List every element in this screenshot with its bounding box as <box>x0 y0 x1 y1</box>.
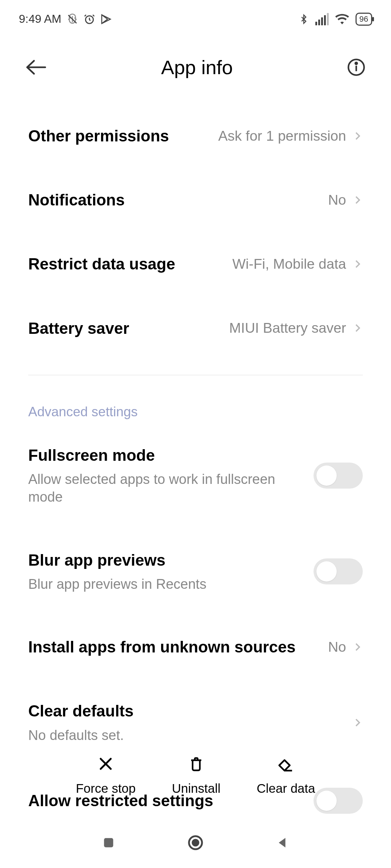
bottom-actions: Force stop Uninstall Clear data <box>0 754 391 796</box>
row-title: Fullscreen mode <box>28 445 303 465</box>
battery-icon: 96 <box>356 13 372 26</box>
action-label: Force stop <box>76 781 135 796</box>
status-bar: 9:49 AM 96 <box>0 0 391 38</box>
row-title: Notifications <box>28 190 317 210</box>
action-label: Clear data <box>257 781 315 796</box>
svg-rect-8 <box>104 838 113 847</box>
divider <box>28 375 363 375</box>
chevron-right-icon <box>353 323 363 333</box>
uninstall-button[interactable]: Uninstall <box>172 754 220 796</box>
row-value: Ask for 1 permission <box>218 128 346 144</box>
row-notifications[interactable]: Notifications No <box>28 168 363 232</box>
force-stop-button[interactable]: Force stop <box>76 754 135 796</box>
row-value: No <box>328 192 346 208</box>
alarm-icon <box>84 13 95 25</box>
row-blur-previews[interactable]: Blur app previews Blur app previews in R… <box>28 528 363 615</box>
svg-point-10 <box>193 840 198 846</box>
blur-toggle[interactable] <box>314 558 363 584</box>
chevron-right-icon <box>353 131 363 141</box>
mute-icon <box>66 13 79 25</box>
row-value: No <box>328 639 346 655</box>
row-subtitle: No defaults set. <box>28 727 342 744</box>
chevron-right-icon <box>353 259 363 269</box>
back-nav-button[interactable] <box>272 832 293 854</box>
row-subtitle: Allow selected apps to work in fullscree… <box>28 471 303 506</box>
row-title: Other permissions <box>28 125 207 146</box>
row-title: Battery saver <box>28 318 218 339</box>
row-title: Clear defaults <box>28 701 342 721</box>
clear-data-button[interactable]: Clear data <box>257 754 315 796</box>
header: App info <box>0 38 391 104</box>
row-restrict-data[interactable]: Restrict data usage Wi-Fi, Mobile data <box>28 232 363 296</box>
info-button[interactable] <box>347 58 366 77</box>
page-title: App info <box>47 56 347 78</box>
chevron-right-icon <box>353 718 363 728</box>
section-header-advanced: Advanced settings <box>28 379 363 423</box>
row-value: Wi-Fi, Mobile data <box>232 256 346 272</box>
back-button[interactable] <box>25 56 47 78</box>
row-other-permissions[interactable]: Other permissions Ask for 1 permission <box>28 104 363 168</box>
row-battery-saver[interactable]: Battery saver MIUI Battery saver <box>28 296 363 360</box>
navigation-bar <box>0 817 391 868</box>
row-title: Blur app previews <box>28 550 303 570</box>
row-subtitle: Blur app previews in Recents <box>28 575 303 593</box>
row-fullscreen-mode[interactable]: Fullscreen mode Allow selected apps to w… <box>28 423 363 528</box>
chevron-right-icon <box>353 195 363 205</box>
status-time: 9:49 AM <box>19 12 61 26</box>
home-button[interactable] <box>185 832 206 854</box>
trash-icon <box>186 754 206 774</box>
recents-button[interactable] <box>98 832 119 854</box>
close-icon <box>96 754 116 774</box>
chevron-right-icon <box>353 642 363 652</box>
wifi-icon <box>335 14 349 25</box>
row-title: Restrict data usage <box>28 254 222 274</box>
row-title: Install apps from unknown sources <box>28 637 317 657</box>
row-value: MIUI Battery saver <box>229 320 346 336</box>
battery-level: 96 <box>360 14 368 24</box>
row-unknown-sources[interactable]: Install apps from unknown sources No <box>28 615 363 679</box>
eraser-icon <box>276 754 296 774</box>
row-clear-defaults[interactable]: Clear defaults No defaults set. <box>28 679 363 766</box>
fullscreen-toggle[interactable] <box>314 463 363 489</box>
svg-point-5 <box>355 63 357 64</box>
signal-icon <box>315 13 329 25</box>
action-label: Uninstall <box>172 781 220 796</box>
bluetooth-icon <box>299 13 309 26</box>
play-store-icon <box>100 13 112 25</box>
